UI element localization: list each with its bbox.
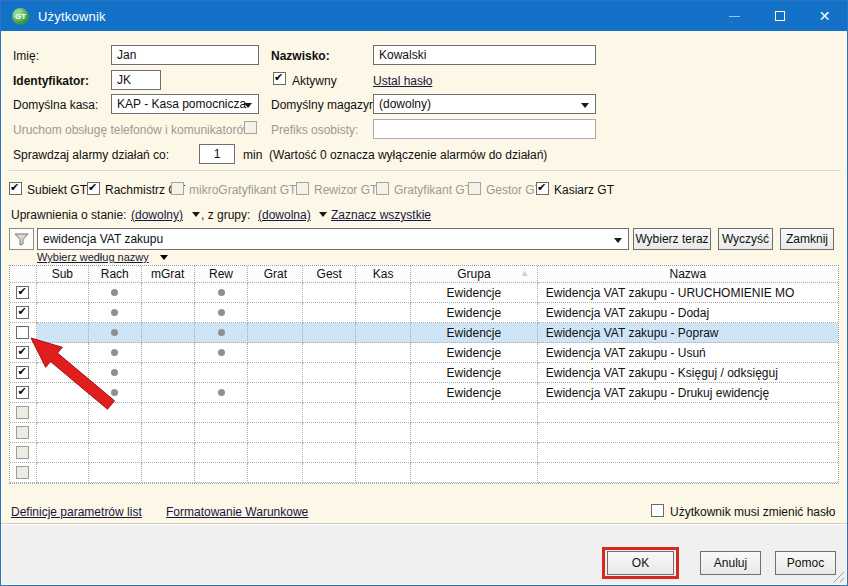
column-header-gest[interactable]: Gest bbox=[303, 266, 356, 283]
column-header-grat[interactable]: Grat bbox=[248, 266, 303, 283]
column-header-sel[interactable] bbox=[10, 266, 37, 283]
default-cash-label: Domyślna kasa: bbox=[13, 98, 98, 113]
module-label-gratyfikant: Gratyfikant GT bbox=[394, 183, 472, 198]
permission-row[interactable]: EwidencjeEwidencja VAT zakupu - Popraw bbox=[10, 323, 838, 343]
row-select-cell bbox=[10, 283, 37, 303]
column-header-mgrat[interactable]: mGrat bbox=[142, 266, 195, 283]
module-flag-cell-rach bbox=[89, 443, 142, 463]
list-parameters-link[interactable]: Definicje parametrów list bbox=[11, 505, 142, 519]
chevron-down-icon[interactable] bbox=[160, 255, 168, 260]
filter-icon-box bbox=[9, 228, 34, 250]
module-flag-cell-sub bbox=[37, 303, 89, 323]
state-filter-dropdown[interactable]: (dowolny) bbox=[131, 208, 183, 222]
default-warehouse-label: Domyślny magazyn: bbox=[271, 98, 379, 113]
module-flag-cell-sub bbox=[37, 443, 89, 463]
permission-dot-icon bbox=[111, 369, 118, 376]
app-logo-icon: GT bbox=[12, 8, 29, 25]
column-header-rach[interactable]: Rach bbox=[89, 266, 142, 283]
empty-row[interactable] bbox=[10, 463, 838, 483]
column-header-label: Rew bbox=[209, 267, 233, 281]
window-title: Użytkownik bbox=[38, 9, 106, 24]
permission-row[interactable]: EwidencjeEwidencja VAT zakupu - Usuń bbox=[10, 343, 838, 363]
permission-search-combo[interactable]: ewidencja VAT zakupu bbox=[37, 228, 629, 250]
permission-row[interactable]: EwidencjeEwidencja VAT zakupu - Dodaj bbox=[10, 303, 838, 323]
group-filter-dropdown[interactable]: (dowolna) bbox=[258, 208, 311, 222]
first-name-input[interactable] bbox=[111, 45, 259, 65]
chevron-down-icon[interactable] bbox=[192, 212, 200, 217]
annotation-ok-highlight bbox=[602, 547, 679, 579]
module-flag-cell-mgrat bbox=[142, 303, 195, 323]
module-flag-cell-rach bbox=[89, 323, 142, 343]
module-flag-cell-gest bbox=[303, 383, 356, 403]
permission-row-checkbox[interactable] bbox=[16, 286, 29, 299]
module-checkbox-kasiarz[interactable] bbox=[536, 182, 549, 195]
cancel-button[interactable]: Anuluj bbox=[700, 551, 761, 575]
minimize-button[interactable] bbox=[712, 1, 757, 31]
group-cell bbox=[411, 403, 538, 423]
permission-dot-icon bbox=[111, 349, 118, 356]
active-checkbox[interactable] bbox=[273, 72, 286, 85]
identifier-input[interactable] bbox=[111, 70, 161, 90]
permission-row[interactable]: EwidencjeEwidencja VAT zakupu - Drukuj e… bbox=[10, 383, 838, 403]
module-flag-cell-rach bbox=[89, 343, 142, 363]
maximize-button[interactable] bbox=[757, 1, 802, 31]
permission-row[interactable]: EwidencjeEwidencja VAT zakupu - URUCHOMI… bbox=[10, 283, 838, 303]
last-name-input[interactable] bbox=[373, 45, 596, 65]
row-select-cell bbox=[10, 403, 37, 423]
module-flag-cell-grat bbox=[248, 323, 303, 343]
row-select-cell bbox=[10, 303, 37, 323]
clear-button[interactable]: Wyczyść bbox=[718, 228, 773, 250]
permission-dot-icon bbox=[111, 389, 118, 396]
module-flag-cell-rach bbox=[89, 423, 142, 443]
permission-row-checkbox bbox=[16, 426, 29, 439]
module-flag-cell-rew bbox=[195, 423, 249, 443]
select-now-button[interactable]: Wybierz teraz bbox=[633, 228, 711, 250]
chevron-down-icon[interactable] bbox=[614, 238, 622, 243]
titlebar[interactable]: GT Użytkownik ✕ bbox=[1, 1, 847, 31]
module-flag-cell-kas bbox=[356, 363, 411, 383]
maximize-icon bbox=[775, 11, 785, 21]
close-filter-button[interactable]: Zamknij bbox=[780, 228, 834, 250]
alarms-interval-input[interactable] bbox=[199, 144, 235, 164]
permission-row-checkbox bbox=[16, 466, 29, 479]
name-cell: Ewidencja VAT zakupu - Usuń bbox=[538, 343, 838, 363]
empty-row[interactable] bbox=[10, 403, 838, 423]
permission-row-checkbox[interactable] bbox=[16, 386, 29, 399]
module-flag-cell-gest bbox=[303, 283, 356, 303]
module-flag-cell-mgrat bbox=[142, 363, 195, 383]
group-cell bbox=[411, 423, 538, 443]
permission-row-checkbox[interactable] bbox=[16, 326, 29, 339]
phones-label: Uruchom obsługę telefonów i komunikatoró… bbox=[13, 123, 252, 138]
permission-row[interactable]: EwidencjeEwidencja VAT zakupu - Księguj … bbox=[10, 363, 838, 383]
empty-row[interactable] bbox=[10, 423, 838, 443]
must-change-password-label: Użytkownik musi zmienić hasło bbox=[670, 505, 835, 520]
default-warehouse-combo[interactable]: (dowolny) bbox=[373, 94, 596, 114]
column-header-sub[interactable]: Sub bbox=[37, 266, 89, 283]
set-password-link[interactable]: Ustal hasło bbox=[373, 74, 432, 88]
group-cell bbox=[411, 463, 538, 483]
default-cash-combo[interactable]: KAP - Kasa pomocnicza bbox=[111, 94, 259, 114]
permission-row-checkbox[interactable] bbox=[16, 346, 29, 359]
empty-row[interactable] bbox=[10, 443, 838, 463]
module-flag-cell-sub bbox=[37, 323, 89, 343]
column-header-kas[interactable]: Kas bbox=[356, 266, 411, 283]
column-header-grupa[interactable]: Grupa▲ bbox=[411, 266, 538, 283]
chevron-down-icon[interactable] bbox=[319, 212, 327, 217]
must-change-password-checkbox[interactable] bbox=[651, 504, 664, 517]
permission-row-checkbox[interactable] bbox=[16, 366, 29, 379]
module-flag-cell-grat bbox=[248, 443, 303, 463]
help-button[interactable]: Pomoc bbox=[775, 551, 836, 575]
module-checkbox-subiekt[interactable] bbox=[9, 182, 22, 195]
conditional-formatting-link[interactable]: Formatowanie Warunkowe bbox=[166, 505, 308, 519]
column-header-nazwa[interactable]: Nazwa bbox=[538, 266, 838, 283]
module-flag-cell-grat bbox=[248, 463, 303, 483]
column-header-rew[interactable]: Rew bbox=[195, 266, 249, 283]
permission-row-checkbox[interactable] bbox=[16, 306, 29, 319]
module-flag-cell-sub bbox=[37, 343, 89, 363]
sort-ascending-icon: ▲ bbox=[521, 269, 529, 278]
row-select-cell bbox=[10, 363, 37, 383]
module-checkbox-rachmistrz[interactable] bbox=[87, 182, 100, 195]
select-by-name-link[interactable]: Wybierz według nazwy bbox=[37, 251, 149, 263]
select-all-link[interactable]: Zaznacz wszystkie bbox=[331, 208, 431, 222]
close-button[interactable]: ✕ bbox=[802, 1, 847, 31]
